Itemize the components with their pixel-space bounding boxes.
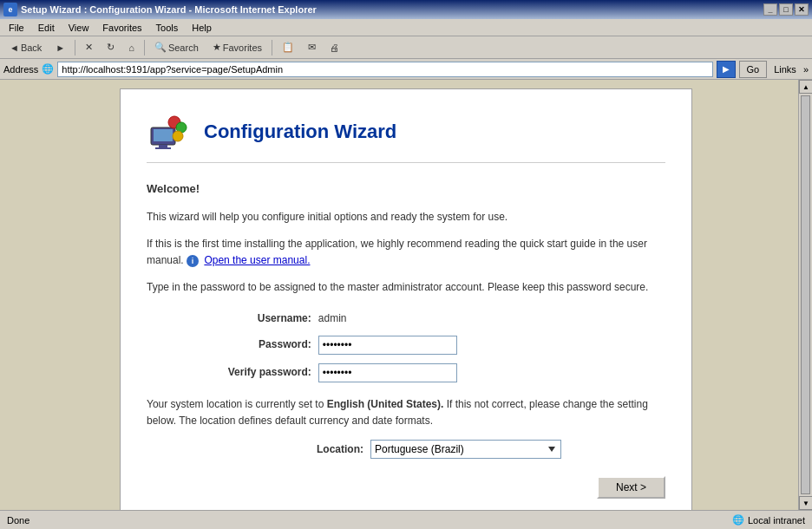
menu-favorites[interactable]: Favorites bbox=[95, 21, 148, 35]
password-label: Password: bbox=[199, 336, 311, 353]
password-row: Password: bbox=[199, 336, 613, 355]
separator-3 bbox=[272, 40, 272, 56]
home-button[interactable]: ⌂ bbox=[122, 38, 141, 57]
button-row: Next > bbox=[147, 476, 665, 499]
welcome-text: Welcome! bbox=[147, 180, 665, 199]
mail-button[interactable]: ✉ bbox=[302, 38, 322, 57]
verify-label: Verify password: bbox=[199, 364, 311, 381]
intro-paragraph: This wizard will help you configure init… bbox=[147, 209, 665, 225]
location-paragraph: Your system location is currently set to… bbox=[147, 396, 665, 429]
scroll-down-button[interactable]: ▼ bbox=[799, 496, 812, 510]
search-icon: 🔍 bbox=[154, 42, 167, 53]
status-done-text: Done bbox=[3, 515, 732, 526]
print-button[interactable]: 🖨 bbox=[324, 38, 345, 57]
back-arrow-icon: ◄ bbox=[10, 42, 19, 53]
go-button[interactable]: Go bbox=[739, 61, 768, 78]
scrollbar[interactable]: ▲ ▼ bbox=[798, 80, 812, 510]
location-label: Location: bbox=[251, 441, 363, 458]
password-input[interactable] bbox=[318, 336, 457, 355]
back-button[interactable]: ◄ Back bbox=[3, 38, 48, 57]
wizard-title: Configuration Wizard bbox=[204, 121, 396, 143]
forward-button[interactable]: ► bbox=[49, 38, 71, 57]
info-icon-circle: i bbox=[187, 255, 199, 267]
back-label: Back bbox=[21, 42, 42, 53]
username-label: Username: bbox=[199, 310, 311, 327]
menu-edit[interactable]: Edit bbox=[31, 21, 62, 35]
status-zone: 🌐 Local intranet bbox=[732, 514, 809, 526]
go-arrow-icon: ▶ bbox=[723, 64, 730, 74]
maximize-button[interactable]: □ bbox=[779, 3, 793, 16]
separator-2 bbox=[144, 40, 145, 56]
username-value: admin bbox=[318, 310, 347, 327]
menu-file[interactable]: File bbox=[2, 21, 31, 35]
location-row: Location: Portuguese (Brazil) English (U… bbox=[147, 440, 665, 459]
scroll-thumb[interactable] bbox=[801, 95, 810, 494]
favorites-label: Favorites bbox=[223, 42, 262, 53]
zone-icon: 🌐 bbox=[732, 514, 744, 526]
content-area: Configuration Wizard Welcome! This wizar… bbox=[0, 80, 812, 510]
username-row: Username: admin bbox=[199, 310, 613, 327]
star-icon: ★ bbox=[213, 42, 221, 53]
search-button[interactable]: 🔍 Search bbox=[148, 38, 205, 57]
go-arrow-button[interactable]: ▶ bbox=[717, 61, 736, 78]
address-input[interactable] bbox=[57, 62, 712, 77]
refresh-button[interactable]: ↻ bbox=[101, 38, 121, 57]
ie-icon: e bbox=[3, 3, 17, 16]
links-button[interactable]: Links bbox=[770, 64, 800, 75]
separator-1 bbox=[75, 40, 75, 56]
manual-paragraph: If this is the first time installing the… bbox=[147, 236, 665, 269]
next-button[interactable]: Next > bbox=[597, 476, 665, 499]
svg-rect-1 bbox=[154, 129, 173, 141]
toolbar: ◄ Back ► ✕ ↻ ⌂ 🔍 Search ★ Favorites 📋 ✉ … bbox=[0, 36, 812, 59]
wizard-header: Configuration Wizard bbox=[147, 110, 665, 163]
minimize-button[interactable]: _ bbox=[763, 3, 777, 16]
svg-rect-2 bbox=[159, 145, 167, 147]
location-text-before: Your system location is currently set to bbox=[147, 398, 324, 410]
form-table: Username: admin Password: Verify passwor… bbox=[199, 310, 613, 382]
verify-password-input[interactable] bbox=[318, 363, 457, 382]
wizard-icon bbox=[147, 110, 190, 153]
address-dropdown-icon[interactable]: 🌐 bbox=[42, 63, 54, 75]
scroll-up-button[interactable]: ▲ bbox=[799, 80, 812, 94]
menu-tools[interactable]: Tools bbox=[149, 21, 186, 35]
favorites-button[interactable]: ★ Favorites bbox=[206, 38, 268, 57]
status-bar: Done 🌐 Local intranet bbox=[0, 510, 812, 529]
menu-view[interactable]: View bbox=[62, 21, 96, 35]
history-button[interactable]: 📋 bbox=[276, 38, 300, 57]
title-text: Setup Wizard : Configuration Wizard - Mi… bbox=[21, 4, 763, 15]
location-bold: English (United States). bbox=[327, 398, 444, 410]
manual-link[interactable]: Open the user manual. bbox=[204, 254, 310, 266]
close-button[interactable]: ✕ bbox=[795, 3, 809, 16]
menu-bar: File Edit View Favorites Tools Help bbox=[0, 19, 812, 36]
window-controls: _ □ ✕ bbox=[763, 3, 809, 16]
wizard-panel: Configuration Wizard Welcome! This wizar… bbox=[120, 88, 692, 510]
address-label: Address bbox=[3, 64, 38, 75]
wizard-body: Welcome! This wizard will help you confi… bbox=[147, 180, 665, 499]
password-paragraph: Type in the password to be assigned to t… bbox=[147, 279, 665, 296]
title-bar: e Setup Wizard : Configuration Wizard - … bbox=[0, 0, 812, 19]
verify-row: Verify password: bbox=[199, 363, 613, 382]
address-bar: Address 🌐 ▶ Go Links » bbox=[0, 59, 812, 80]
search-label: Search bbox=[168, 42, 199, 53]
stop-button[interactable]: ✕ bbox=[79, 38, 99, 57]
menu-help[interactable]: Help bbox=[185, 21, 219, 35]
svg-rect-3 bbox=[155, 147, 171, 149]
zone-label: Local intranet bbox=[748, 515, 805, 526]
svg-point-6 bbox=[173, 131, 183, 141]
links-expand-icon: » bbox=[803, 64, 809, 75]
location-select[interactable]: Portuguese (Brazil) English (United Stat… bbox=[370, 440, 561, 459]
